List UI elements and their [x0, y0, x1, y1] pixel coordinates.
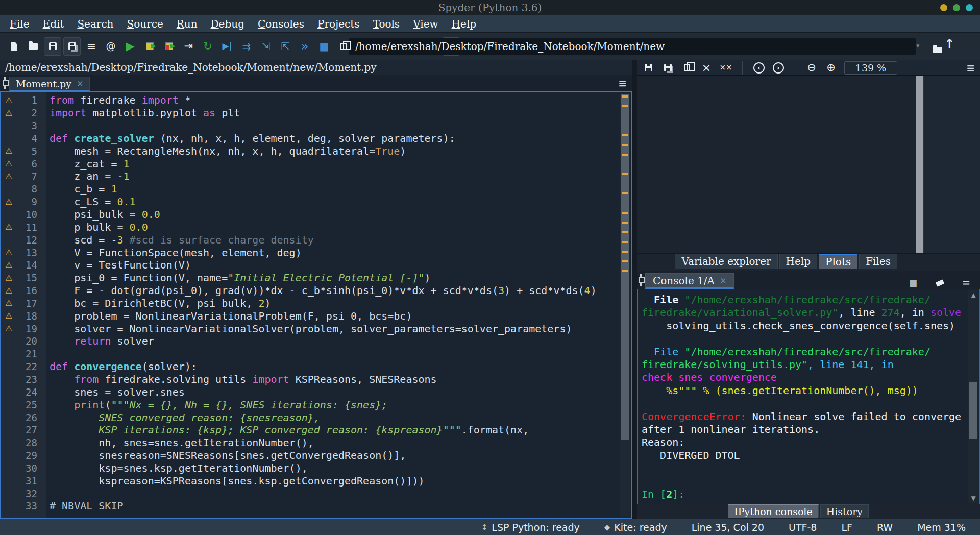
- save-file-button[interactable]: [44, 37, 61, 56]
- code-line[interactable]: 31 kspreason=KSPReasons[snes.ksp.getConv…: [1, 474, 631, 487]
- code-line[interactable]: 28 nh, snes=snes.getIterationNumber(),: [1, 436, 631, 449]
- next-plot-button[interactable]: ›: [771, 61, 786, 75]
- run-cell-button[interactable]: [141, 37, 158, 56]
- close-icon[interactable]: ×: [77, 79, 83, 88]
- editor-scrollbar-thumb[interactable]: [621, 94, 629, 440]
- save-all-button[interactable]: [63, 37, 81, 56]
- code-line[interactable]: 8 c_b = 1: [1, 183, 631, 196]
- code-line[interactable]: ⚠9 c_LS = 0.1: [1, 196, 631, 208]
- code-line[interactable]: 24 snes = solver.snes: [1, 385, 631, 398]
- menu-search[interactable]: Search: [70, 18, 120, 30]
- menu-view[interactable]: View: [406, 18, 445, 30]
- symbol-finder-button[interactable]: @: [102, 37, 119, 56]
- menu-tools[interactable]: Tools: [366, 18, 407, 30]
- menu-run[interactable]: Run: [170, 18, 204, 30]
- code-line[interactable]: ⚠2import matplotlib.pyplot as plt: [1, 107, 631, 119]
- close-icon[interactable]: ×: [720, 276, 726, 285]
- code-line[interactable]: 22def convergence(solver):: [1, 360, 631, 373]
- previous-plot-button[interactable]: ‹: [752, 61, 766, 75]
- scroll-down-icon[interactable]: ▼: [968, 495, 978, 502]
- debug-file-button[interactable]: ▶|: [218, 37, 236, 56]
- working-directory-input[interactable]: [349, 38, 916, 55]
- light-green[interactable]: [953, 4, 960, 11]
- code-line[interactable]: 10 psi_bulk = 0.0: [1, 208, 631, 221]
- step-return-button[interactable]: ⇱: [277, 37, 294, 56]
- code-line[interactable]: 27 KSP iterations: {ksp}; KSP converged …: [1, 424, 631, 436]
- plots-options-menu-icon[interactable]: ≡: [966, 62, 975, 74]
- code-line[interactable]: ⚠15 psi_0 = Function(V, name="Initial El…: [1, 272, 631, 284]
- menu-edit[interactable]: Edit: [36, 18, 71, 30]
- close-all-plots-button[interactable]: ××: [719, 61, 733, 75]
- zoom-in-button[interactable]: ⊕: [824, 61, 838, 75]
- browse-tabs-icon[interactable]: [4, 78, 6, 88]
- run-cell-advance-button[interactable]: [160, 37, 178, 56]
- tab-console-1a[interactable]: Console 1/A ×: [645, 273, 734, 289]
- ipython-console-output[interactable]: File "/home/erexshah/firedrake/src/fired…: [637, 289, 980, 504]
- code-line[interactable]: ⚠14 v = TestFunction(V): [1, 259, 631, 272]
- open-file-button[interactable]: [24, 37, 42, 56]
- file-switcher-button[interactable]: ≡: [83, 37, 100, 56]
- chevron-down-icon[interactable]: ▾: [916, 42, 920, 50]
- code-line[interactable]: ⚠5 mesh = RectangleMesh(nx, nh, x, h, qu…: [1, 144, 631, 157]
- code-line[interactable]: ⚠1from firedrake import *: [1, 94, 631, 107]
- debug-continue-button[interactable]: »: [296, 37, 313, 56]
- copy-plot-button[interactable]: [680, 61, 694, 75]
- code-line[interactable]: 29 snesreason=SNESReasons[snes.getConver…: [1, 449, 631, 462]
- code-line[interactable]: 30 ksp=snes.ksp.getIterationNumber(),: [1, 461, 631, 474]
- code-line[interactable]: 20 return solver: [1, 335, 631, 348]
- console-scrollbar[interactable]: ▲ ▼: [968, 290, 978, 503]
- menu-consoles[interactable]: Consoles: [251, 18, 311, 30]
- run-file-button[interactable]: ▶: [121, 37, 139, 56]
- code-line[interactable]: 3: [1, 119, 631, 132]
- editor-options-menu-icon[interactable]: ≡: [618, 77, 627, 89]
- save-plot-button[interactable]: [641, 61, 655, 75]
- tab-history[interactable]: History: [820, 504, 869, 518]
- menu-help[interactable]: Help: [445, 18, 483, 30]
- re-run-cell-button[interactable]: ↻: [199, 37, 216, 56]
- scroll-up-icon[interactable]: ▲: [968, 291, 978, 299]
- code-line[interactable]: 26 SNES converged reason: {snesreason},: [1, 411, 631, 424]
- parent-directory-button[interactable]: ↑: [944, 37, 954, 51]
- browse-directory-button[interactable]: [929, 41, 946, 59]
- light-yellow[interactable]: [940, 4, 947, 11]
- code-line[interactable]: ⚠19 solver = NonlinearVariationalSolver(…: [1, 322, 631, 335]
- code-line[interactable]: ⚠11 p_bulk = 0.0: [1, 221, 631, 233]
- tab-variable-explorer[interactable]: Variable explorer: [675, 254, 777, 269]
- code-line[interactable]: ⚠18 problem = NonlinearVariationalProble…: [1, 309, 631, 322]
- code-line[interactable]: ⚠13 V = FunctionSpace(mesh, element, deg…: [1, 246, 631, 259]
- plots-thumbnail-scrollbar[interactable]: [916, 76, 923, 253]
- zoom-out-button[interactable]: ⊖: [804, 61, 819, 75]
- code-line[interactable]: ⚠7 z_an = -1: [1, 170, 631, 183]
- tab-moment-py[interactable]: Moment.py ×: [9, 77, 90, 91]
- code-area[interactable]: ⚠1from firedrake import *⚠2import matplo…: [0, 91, 632, 519]
- code-line[interactable]: 23 from firedrake.solving_utils import K…: [1, 373, 631, 386]
- code-line[interactable]: 25 print("""Nx = {}, Nh = {}, SNES itera…: [1, 398, 631, 411]
- code-line[interactable]: 4def create_solver (nx, nh, x, h, elemen…: [1, 132, 631, 145]
- tab-plots[interactable]: Plots: [819, 254, 857, 269]
- close-plot-button[interactable]: ×: [699, 61, 714, 75]
- menu-projects[interactable]: Projects: [311, 18, 366, 30]
- code-line[interactable]: 32: [1, 487, 631, 500]
- code-line[interactable]: ⚠6 z_cat = 1: [1, 157, 631, 170]
- step-into-button[interactable]: ⇲: [257, 37, 275, 56]
- pane-splitter[interactable]: [632, 60, 637, 519]
- menu-file[interactable]: File: [3, 18, 36, 30]
- tab-files[interactable]: Files: [859, 254, 897, 269]
- undock-icon[interactable]: [640, 275, 642, 285]
- save-all-plots-button[interactable]: [660, 61, 675, 75]
- debug-stop-button[interactable]: ■: [315, 37, 333, 56]
- new-file-button[interactable]: [5, 37, 22, 56]
- code-line[interactable]: 33# NBVAL_SKIP: [1, 500, 631, 513]
- run-selection-button[interactable]: ⇥: [180, 37, 197, 56]
- tab-ipython-console[interactable]: IPython console: [728, 504, 818, 518]
- menu-debug[interactable]: Debug: [204, 18, 251, 30]
- editor-scrollbar[interactable]: [620, 93, 630, 517]
- light-teal[interactable]: [966, 4, 973, 11]
- code-line[interactable]: ⚠16 F = - dot(grad(psi_0), grad(v))*dx -…: [1, 284, 631, 297]
- menu-source[interactable]: Source: [120, 18, 170, 30]
- code-line[interactable]: ⚠17 bc = DirichletBC(V, psi_bulk, 2): [1, 297, 631, 310]
- console-scrollbar-thumb[interactable]: [969, 382, 977, 439]
- tab-help[interactable]: Help: [779, 254, 817, 269]
- code-line[interactable]: 12 scd = -3 #scd is surface charge densi…: [1, 233, 631, 246]
- step-over-button[interactable]: ⇉: [238, 37, 255, 56]
